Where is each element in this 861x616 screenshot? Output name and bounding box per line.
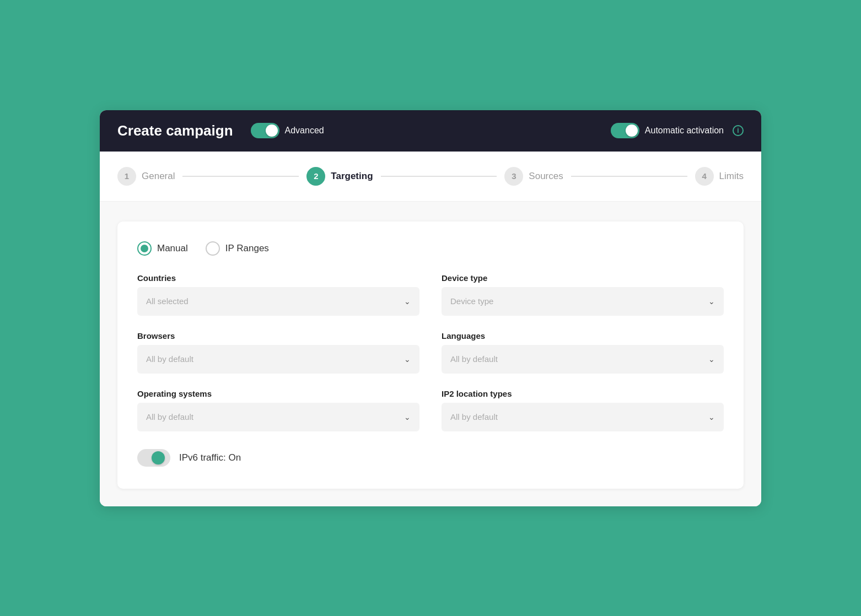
ip2-location-dropdown[interactable]: All by default ⌄ xyxy=(442,403,724,431)
browsers-dropdown[interactable]: All by default ⌄ xyxy=(137,345,419,374)
radio-manual-dot xyxy=(141,245,148,252)
ipv6-toggle-thumb xyxy=(152,451,165,464)
radio-manual-circle xyxy=(137,241,152,256)
languages-label: Languages xyxy=(442,331,724,341)
advanced-toggle-group: Advanced xyxy=(251,123,324,138)
targeting-card: Manual IP Ranges Countries All selected … xyxy=(117,221,744,489)
step-2-circle: 2 xyxy=(306,167,325,186)
targeting-form: Countries All selected ⌄ Device type Dev… xyxy=(137,273,724,431)
advanced-label: Advanced xyxy=(285,126,324,136)
automatic-label: Automatic activation xyxy=(645,126,724,136)
ip2-location-value: All by default xyxy=(450,412,498,422)
browsers-label: Browsers xyxy=(137,331,419,341)
browsers-chevron-icon: ⌄ xyxy=(404,355,411,364)
stepper: 1 General 2 Targeting 3 Sources 4 Limits xyxy=(100,152,761,202)
radio-ip-ranges-circle xyxy=(206,241,220,256)
step-2-label: Targeting xyxy=(331,171,373,182)
ip2-location-chevron-icon: ⌄ xyxy=(708,413,715,422)
step-3-circle: 3 xyxy=(504,167,523,186)
automatic-toggle[interactable] xyxy=(611,123,639,138)
device-type-dropdown[interactable]: Device type ⌄ xyxy=(442,287,724,316)
os-label: Operating systems xyxy=(137,389,419,398)
step-4-label: Limits xyxy=(719,171,744,182)
header: Create campaign Advanced Automatic activ… xyxy=(100,110,761,152)
ip2-location-label: IP2 location types xyxy=(442,389,724,398)
countries-value: All selected xyxy=(146,296,189,306)
ipv6-section: IPv6 traffic: On xyxy=(137,449,724,467)
step-4[interactable]: 4 Limits xyxy=(695,167,744,186)
os-group: Operating systems All by default ⌄ xyxy=(137,389,419,431)
step-3-label: Sources xyxy=(529,171,563,182)
step-1[interactable]: 1 General xyxy=(117,167,175,186)
radio-ip-ranges[interactable]: IP Ranges xyxy=(206,241,269,256)
languages-value: All by default xyxy=(450,354,498,364)
step-2[interactable]: 2 Targeting xyxy=(306,167,373,186)
info-icon[interactable]: i xyxy=(733,125,744,136)
automatic-toggle-group: Automatic activation i xyxy=(611,123,744,138)
page-title: Create campaign xyxy=(117,122,233,139)
countries-label: Countries xyxy=(137,273,419,283)
device-type-label: Device type xyxy=(442,273,724,283)
languages-dropdown[interactable]: All by default ⌄ xyxy=(442,345,724,374)
step-1-label: General xyxy=(142,171,175,182)
ip2-location-group: IP2 location types All by default ⌄ xyxy=(442,389,724,431)
os-value: All by default xyxy=(146,412,193,422)
radio-manual-label: Manual xyxy=(157,243,188,254)
step-line-2-3 xyxy=(381,176,497,177)
browsers-value: All by default xyxy=(146,354,193,364)
countries-chevron-icon: ⌄ xyxy=(404,297,411,306)
main-card: Create campaign Advanced Automatic activ… xyxy=(100,110,761,506)
languages-chevron-icon: ⌄ xyxy=(708,355,715,364)
targeting-mode-group: Manual IP Ranges xyxy=(137,241,724,256)
main-content: Manual IP Ranges Countries All selected … xyxy=(100,202,761,506)
countries-dropdown[interactable]: All selected ⌄ xyxy=(137,287,419,316)
languages-group: Languages All by default ⌄ xyxy=(442,331,724,374)
step-4-circle: 4 xyxy=(695,167,714,186)
step-line-3-4 xyxy=(571,176,687,177)
radio-manual[interactable]: Manual xyxy=(137,241,188,256)
advanced-toggle[interactable] xyxy=(251,123,279,138)
step-3[interactable]: 3 Sources xyxy=(504,167,563,186)
countries-group: Countries All selected ⌄ xyxy=(137,273,419,316)
ipv6-label: IPv6 traffic: On xyxy=(179,452,241,463)
step-1-circle: 1 xyxy=(117,167,136,186)
device-type-chevron-icon: ⌄ xyxy=(708,297,715,306)
radio-ip-ranges-label: IP Ranges xyxy=(225,243,269,254)
os-dropdown[interactable]: All by default ⌄ xyxy=(137,403,419,431)
device-type-group: Device type Device type ⌄ xyxy=(442,273,724,316)
device-type-value: Device type xyxy=(450,296,493,306)
browsers-group: Browsers All by default ⌄ xyxy=(137,331,419,374)
os-chevron-icon: ⌄ xyxy=(404,413,411,422)
step-line-1-2 xyxy=(182,176,299,177)
ipv6-toggle[interactable] xyxy=(137,449,170,467)
